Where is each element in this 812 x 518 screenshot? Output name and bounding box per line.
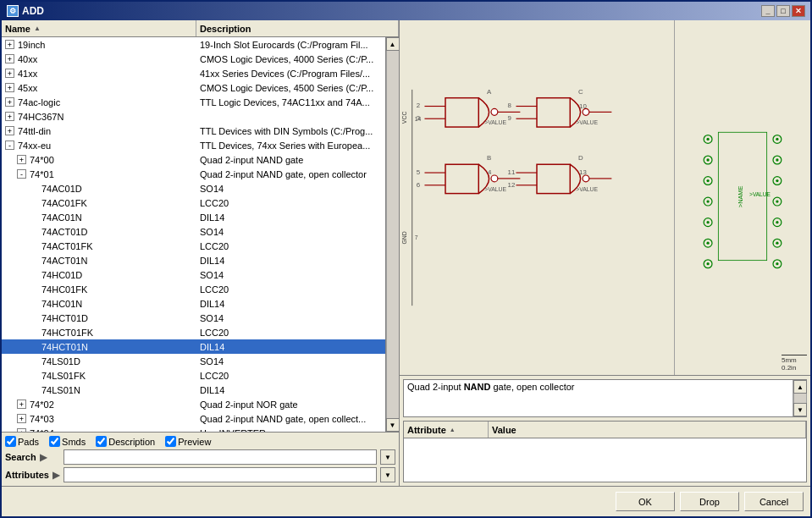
minimize-button[interactable]: _ — [761, 5, 775, 17]
preview-checkbox[interactable] — [165, 436, 176, 447]
svg-point-56 — [706, 221, 709, 223]
attribute-column-header[interactable]: Attribute ▲ — [404, 422, 489, 438]
preview-checkbox-label[interactable]: Preview — [165, 436, 211, 447]
tree-row[interactable]: +74*03Quad 2-input NAND gate, open colle… — [2, 411, 385, 426]
scroll-track[interactable] — [386, 51, 400, 418]
tree-row[interactable]: 74LS01FKLCC20 — [2, 368, 385, 383]
value-column-header[interactable]: Value — [489, 422, 806, 438]
expand-icon[interactable]: + — [5, 97, 14, 107]
tree-row[interactable]: +74*04Hex INVERTER — [2, 426, 385, 432]
attribute-table: Attribute ▲ Value — [403, 421, 807, 482]
smds-checkbox-label[interactable]: Smds — [49, 436, 86, 447]
tree-row[interactable]: 74AC01FKLCC20 — [2, 196, 385, 210]
search-icon: ▶ — [40, 452, 47, 463]
window-icon: ⚙ — [7, 5, 19, 17]
name-column-header[interactable]: Name ▲ — [2, 20, 196, 36]
desc-scroll-up[interactable]: ▲ — [793, 380, 807, 394]
close-button[interactable]: ✕ — [792, 5, 805, 17]
smds-checkbox[interactable] — [49, 436, 60, 447]
tree-item-name: 74AC01N — [41, 212, 82, 223]
tree-row[interactable]: 74ACT01FKLCC20 — [2, 239, 385, 253]
tree-row[interactable]: 74HCT01FKLCC20 — [2, 325, 385, 339]
tree-item-description: DIL14 — [196, 342, 385, 352]
tree-row[interactable]: 74HCT01NDIL14 — [2, 339, 385, 354]
tree-row[interactable]: +74ac-logicTTL Logic Devices, 74AC11xx a… — [2, 95, 385, 109]
tree-row[interactable]: 74ACT01NDIL14 — [2, 253, 385, 267]
tree-row[interactable]: -74*01Quad 2-input NAND gate, open colle… — [2, 167, 385, 181]
tree-row[interactable]: +74ttl-dinTTL Devices with DIN Symbols (… — [2, 124, 385, 138]
scroll-down-btn[interactable]: ▼ — [386, 418, 400, 432]
tree-row[interactable]: +41xx41xx Series Devices (C:/Program Fil… — [2, 66, 385, 80]
tree-row[interactable]: +74*00Quad 2-input NAND gate — [2, 152, 385, 167]
expand-icon[interactable]: + — [17, 155, 26, 164]
tree-row[interactable]: 74HC01FKLCC20 — [2, 282, 385, 296]
tree-item-name: 74HC367N — [18, 112, 64, 122]
tree-item-description: DIL14 — [196, 385, 385, 395]
tree-row[interactable]: 74AC01NDIL14 — [2, 210, 385, 224]
tree-row[interactable]: +74*02Quad 2-input NOR gate — [2, 397, 385, 411]
drop-button[interactable]: Drop — [680, 492, 739, 511]
search-dropdown-btn[interactable]: ▼ — [380, 449, 395, 465]
tree-row[interactable]: 74HC01NDIL14 — [2, 296, 385, 311]
desc-scroll-track[interactable] — [793, 394, 807, 403]
tree-item-name: 74*03 — [30, 414, 54, 424]
expand-icon[interactable]: + — [5, 83, 14, 92]
tree-row[interactable]: +45xxCMOS Logic Devices, 4500 Series (C:… — [2, 80, 385, 95]
ok-button[interactable]: OK — [616, 492, 675, 511]
expand-icon[interactable]: + — [5, 126, 14, 135]
svg-text:11: 11 — [508, 168, 516, 176]
desc-scrollbar[interactable]: ▲ ▼ — [793, 380, 806, 416]
expand-icon[interactable]: + — [17, 400, 26, 409]
tree-row[interactable]: 74LS01NDIL14 — [2, 383, 385, 397]
tree-scrollbar[interactable]: ▲ ▼ — [385, 37, 399, 432]
scroll-up-btn[interactable]: ▲ — [386, 37, 400, 51]
description-checkbox-label[interactable]: Description — [96, 436, 155, 447]
component-tree[interactable]: +19inch19-Inch Slot Eurocards (C:/Progra… — [2, 37, 385, 432]
expand-icon[interactable]: + — [17, 414, 26, 423]
tree-item-name: 74ACT01N — [41, 256, 87, 266]
tree-item-name: 74ACT01D — [41, 227, 87, 237]
collapse-icon[interactable]: - — [5, 141, 14, 150]
checkbox-row: Pads Smds Description Preview — [5, 436, 395, 447]
expand-icon[interactable]: + — [5, 69, 14, 78]
expand-icon[interactable]: + — [5, 112, 14, 121]
attributes-dropdown-btn[interactable]: ▼ — [380, 467, 395, 482]
tree-row[interactable]: 74HC01DSO14 — [2, 267, 385, 282]
tree-cell-name: 74HCT01FK — [2, 328, 196, 338]
tree-row[interactable]: +19inch19-Inch Slot Eurocards (C:/Progra… — [2, 37, 385, 52]
svg-text:>NAME: >NAME — [737, 185, 744, 207]
tree-item-name: 45xx — [18, 83, 37, 93]
name-sort-icon: ▲ — [34, 25, 41, 32]
attributes-label: Attributes ▶ — [5, 470, 60, 481]
tree-row[interactable]: 74ACT01DSO14 — [2, 224, 385, 239]
tree-row[interactable]: +40xxCMOS Logic Devices, 4000 Series (C:… — [2, 52, 385, 66]
filter-bar: Pads Smds Description Preview — [2, 432, 399, 486]
tree-row[interactable]: 74LS01DSO14 — [2, 354, 385, 368]
maximize-button[interactable]: □ — [776, 5, 790, 17]
expand-icon[interactable]: + — [5, 54, 14, 63]
svg-point-72 — [776, 158, 778, 161]
collapse-icon[interactable]: - — [17, 169, 26, 179]
desc-scroll-down[interactable]: ▼ — [793, 403, 807, 416]
search-input[interactable] — [64, 449, 377, 465]
tree-cell-name: +74*03 — [2, 414, 196, 424]
description-checkbox[interactable] — [96, 436, 107, 447]
tree-item-name: 19inch — [18, 40, 45, 50]
expand-icon[interactable]: + — [5, 40, 14, 49]
cancel-button[interactable]: Cancel — [744, 492, 804, 511]
desc-column-header[interactable]: Description — [196, 20, 399, 36]
tree-row[interactable]: -74xx-euTTL Devices, 74xx Series with Eu… — [2, 138, 385, 152]
svg-point-64 — [776, 241, 778, 244]
attributes-input[interactable] — [64, 467, 377, 482]
svg-text:GND: GND — [401, 231, 407, 244]
tree-row[interactable]: 74AC01DSO14 — [2, 181, 385, 196]
tree-item-name: 74AC01D — [41, 184, 82, 194]
search-row: Search ▶ ▼ — [5, 449, 395, 465]
tree-row[interactable]: +74HC367N — [2, 109, 385, 124]
pads-checkbox[interactable] — [5, 436, 16, 447]
tree-row[interactable]: 74HCT01DSO14 — [2, 311, 385, 325]
svg-text:8: 8 — [508, 102, 512, 109]
pads-checkbox-label[interactable]: Pads — [5, 436, 39, 447]
tree-cell-name: 74ACT01D — [2, 227, 196, 237]
svg-text:13: 13 — [579, 168, 587, 176]
